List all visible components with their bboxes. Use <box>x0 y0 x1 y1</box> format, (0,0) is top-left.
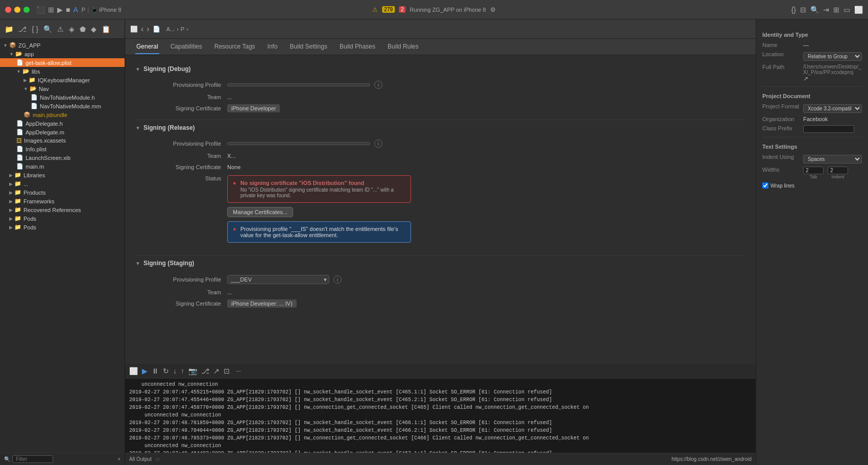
nav-left-icon[interactable]: ⬜ <box>130 26 138 33</box>
log-export-icon[interactable]: ↗ <box>213 367 220 375</box>
stop-icon[interactable]: ■ <box>64 5 71 15</box>
tree-item-misc[interactable]: ▶ 📁 ... <box>0 179 125 188</box>
rpanel-fullpath-icon[interactable]: ↗ <box>803 75 808 82</box>
rpanel-classprefix-input[interactable] <box>803 125 854 133</box>
hierarchy-icon[interactable]: ⊞ <box>46 5 56 15</box>
warning-nav-icon[interactable]: ⚠ <box>56 24 65 34</box>
tree-item-pods2[interactable]: ▶ 📁 Pods <box>0 223 125 231</box>
layout-icon1[interactable]: ⊟ <box>800 6 806 14</box>
tree-label: get-task-allow.plist <box>26 60 71 66</box>
rpanel-tab-width-input[interactable] <box>803 167 824 174</box>
file-nav-icon[interactable]: 📄 <box>153 26 160 33</box>
add-icon[interactable]: + <box>117 456 120 462</box>
rpanel-projformat-dropdown[interactable]: Xcode 3.2-compatible <box>803 104 862 113</box>
staging-provisioning-dropdown[interactable]: ___DEV ▼ <box>227 275 329 284</box>
filter-input[interactable] <box>12 455 53 463</box>
tree-label: IQKeyboardManager <box>38 77 90 83</box>
release-provisioning-info[interactable]: i <box>374 140 382 148</box>
inspector-toggle-icon[interactable]: {} <box>791 6 796 14</box>
rpanel-location-row: Location Relative to Group <box>762 51 862 61</box>
signing-staging-header[interactable]: ▼ Signing (Staging) <box>135 260 745 267</box>
tab-general[interactable]: General <box>135 40 159 54</box>
rpanel-wraplines-checkbox[interactable] <box>762 182 768 189</box>
layout-icon4[interactable]: ⊞ <box>833 6 839 14</box>
tree-item-pods1[interactable]: ▶ 📁 Pods <box>0 214 125 223</box>
tree-item-frameworks[interactable]: ▶ 📁 Frameworks <box>0 197 125 205</box>
manage-certs-button[interactable]: Manage Certificates... <box>227 207 293 217</box>
staging-provisioning-label: Provisioning Profile <box>146 276 227 283</box>
tree-item-plist[interactable]: 📄 get-task-allow.plist <box>0 58 125 67</box>
log-clear-icon[interactable]: ⬜ <box>129 367 138 375</box>
play-icon[interactable]: ▶ <box>56 5 64 15</box>
symbol-icon[interactable]: { } <box>30 24 40 34</box>
debug-provisioning-dropdown[interactable] <box>227 83 370 86</box>
tree-item-products[interactable]: ▶ 📁 Products <box>0 188 125 197</box>
layout-icon2[interactable]: 🔍 <box>810 6 819 14</box>
log-play-icon[interactable]: ▶ <box>142 367 148 375</box>
rpanel-indent-width-input[interactable] <box>828 167 848 174</box>
tree-item-iqkeyboard[interactable]: ▶ 📁 IQKeyboardManager <box>0 76 125 84</box>
tree-item-xib[interactable]: 📄 LaunchScreen.xib <box>0 153 125 162</box>
staging-provisioning-info[interactable]: i <box>333 275 342 284</box>
app-icon[interactable]: A <box>71 5 79 15</box>
tree-item-libraries[interactable]: ▶ 📁 Libraries <box>0 171 125 179</box>
folder-icon[interactable]: 📁 <box>3 24 15 34</box>
log-pause-icon[interactable]: ⏸ <box>152 367 159 375</box>
test-icon[interactable]: ◈ <box>67 24 76 34</box>
log-step-icon[interactable]: ↻ <box>163 367 169 375</box>
source-control-icon[interactable]: ⎇ <box>17 24 28 34</box>
debug-cert-row: Signing Certificate iPhone Developer <box>135 105 745 111</box>
tree-item-nav-mm[interactable]: 📄 NavToNativeModule.mm <box>0 102 125 110</box>
tree-item-nav-h[interactable]: 📄 NavToNativeModule.h <box>0 93 125 102</box>
log-terminal-icon[interactable]: ⊡ <box>224 367 230 375</box>
tree-item-main-m[interactable]: 📄 main.m <box>0 162 125 171</box>
tree-item-xcassets[interactable]: 🖼 Images.xcassets <box>0 136 125 145</box>
layout-icon5[interactable]: ▭ <box>843 6 850 14</box>
tree-item-appdelegate-m[interactable]: 📄 AppDelegate.m <box>0 128 125 136</box>
maximize-button[interactable] <box>23 7 30 13</box>
log-branch-icon[interactable]: ⎇ <box>201 367 209 375</box>
tree-item-appdelegate-h[interactable]: 📄 AppDelegate.h <box>0 119 125 128</box>
search-icon[interactable]: 🔍 <box>42 24 54 34</box>
signing-release-header[interactable]: ▼ Signing (Release) <box>135 124 745 131</box>
back-button[interactable]: ‹ <box>141 25 143 34</box>
breadcrumb-app[interactable]: A... <box>166 26 175 32</box>
log-capture-icon[interactable]: 📷 <box>188 367 197 375</box>
tab-build-settings[interactable]: Build Settings <box>289 40 328 54</box>
log-filter-output-label[interactable]: All Output <box>129 456 152 462</box>
log-down-icon[interactable]: ↓ <box>173 367 177 375</box>
tab-resource-tags[interactable]: Resource Tags <box>213 40 256 54</box>
tab-build-phases[interactable]: Build Phases <box>339 40 376 54</box>
release-provisioning-dropdown[interactable] <box>227 142 370 145</box>
close-button[interactable] <box>5 7 11 13</box>
rpanel-location-dropdown[interactable]: Relative to Group <box>803 52 862 61</box>
tree-item-info-plist[interactable]: 📄 Info.plist <box>0 145 125 153</box>
tree-root[interactable]: ▼ 📦 ZG_APP <box>0 41 125 50</box>
rpanel-widths-area: Tab Indent <box>803 167 862 179</box>
tree-item-libs[interactable]: ▼ 📂 libs <box>0 67 125 76</box>
tree-item-recovered[interactable]: ▶ 📁 Recovered References <box>0 205 125 214</box>
tree-label: main.m <box>26 164 44 170</box>
device-tab[interactable]: 📱 <box>91 6 98 13</box>
rpanel-indent-dropdown[interactable]: Spaces <box>803 155 862 164</box>
layout-icon3[interactable]: ⇥ <box>823 6 829 14</box>
debug-icon[interactable]: ⬟ <box>78 24 87 34</box>
breadcrumb-p[interactable]: P <box>181 26 184 32</box>
tab-capabilities[interactable]: Capabilities <box>170 40 203 54</box>
status-content: ● No signing certificate "iOS Distributi… <box>227 175 745 247</box>
minimize-button[interactable] <box>14 7 20 13</box>
tree-item-app[interactable]: ▼ 📂 app <box>0 50 125 58</box>
project-doc-title: Project Document <box>762 93 862 99</box>
tree-item-jsbundle[interactable]: 📦 main.jsbundle <box>0 110 125 119</box>
layout-icon6[interactable]: ⬜ <box>854 6 863 14</box>
report-icon[interactable]: 📋 <box>100 24 112 34</box>
signing-debug-header[interactable]: ▼ Signing (Debug) <box>135 65 745 73</box>
log-up-icon[interactable]: ↑ <box>181 367 184 375</box>
breakpoint-icon[interactable]: ◆ <box>89 24 98 34</box>
tab-info[interactable]: Info <box>267 40 279 54</box>
tab-build-rules[interactable]: Build Rules <box>387 40 420 54</box>
debug-provisioning-info[interactable]: i <box>374 81 382 89</box>
sidebar-toggle-icon[interactable]: ⬛ <box>35 5 46 15</box>
tree-item-nav[interactable]: ▼ 📂 Nav <box>0 84 125 93</box>
forward-button[interactable]: › <box>147 25 149 34</box>
